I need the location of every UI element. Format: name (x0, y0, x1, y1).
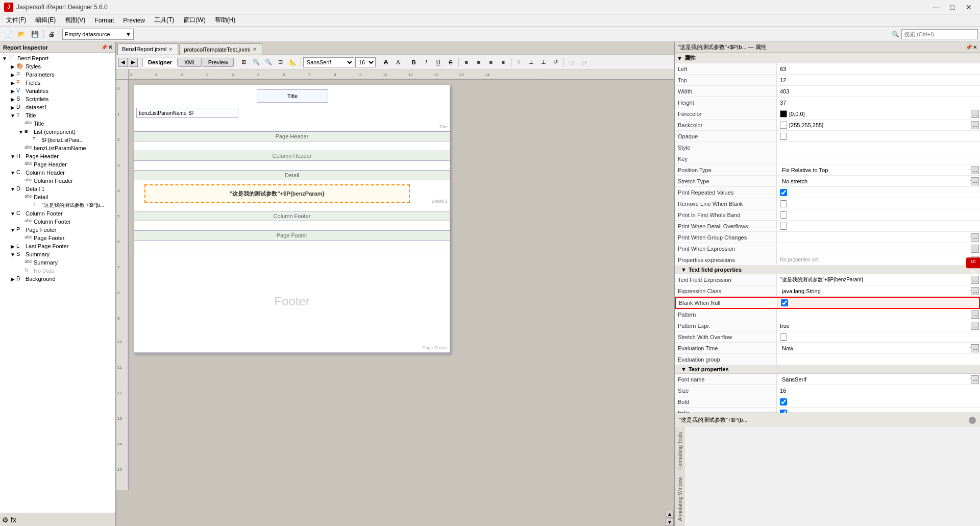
checkbox-whenoverflow[interactable] (780, 223, 787, 230)
tree-item-dataset1[interactable]: ▶ D dataset1 (1, 103, 114, 111)
toggle-benzireport[interactable]: ▼ (1, 56, 8, 61)
input-top[interactable] (780, 77, 977, 83)
datasource-selector[interactable]: Empty datasource ▼ (62, 29, 134, 40)
underline-btn[interactable]: U (433, 57, 444, 67)
align-justify-btn[interactable]: ≡ (498, 57, 509, 67)
maximize-button[interactable]: □ (945, 2, 960, 12)
checkbox-removeline[interactable] (780, 200, 787, 207)
col-footer-content[interactable] (134, 221, 450, 228)
toggle-scriptlets[interactable]: ▶ (9, 97, 16, 102)
checkbox-firstband[interactable] (780, 211, 787, 219)
pattern-ellipsis[interactable]: … (971, 310, 979, 319)
zoom-fit-btn[interactable]: ⊞ (238, 57, 250, 67)
zoom-percent-btn[interactable]: 📐 (287, 57, 299, 67)
input-pattern[interactable] (780, 312, 977, 318)
input-left[interactable] (780, 66, 977, 72)
prop-value-exprclass[interactable]: java.lang.String … (777, 285, 980, 296)
toggle-col-footer[interactable]: ▼ (9, 211, 16, 217)
minimize-button[interactable]: — (929, 2, 943, 12)
tree-item-title-sub[interactable]: abc Title (1, 119, 114, 128)
tree-item-last-page-footer[interactable]: ▶ L Last Page Footer (1, 242, 114, 250)
menu-view[interactable]: 视图(V) (61, 15, 89, 26)
align-left-btn[interactable]: ≡ (461, 57, 472, 67)
input-width[interactable] (780, 88, 977, 94)
prop-value-pattern[interactable]: … (777, 309, 980, 320)
input-height[interactable] (780, 100, 977, 106)
prop-value-fontname[interactable]: SansSerif … (777, 374, 980, 385)
vtab-formatting[interactable]: Formatting Tools (676, 429, 684, 473)
textexpr-ellipsis[interactable]: … (971, 276, 979, 284)
align-bottom-btn[interactable]: ⊥ (538, 57, 549, 67)
prop-value-backcolor[interactable]: [255,255,255] … (777, 119, 980, 130)
prop-value-fontsize[interactable] (777, 385, 980, 396)
footer-spacer-content[interactable]: Footer Page Footer (134, 250, 450, 352)
nav-forward[interactable]: ▶ (129, 58, 138, 67)
select-evaltime[interactable]: Now (780, 345, 977, 352)
patternexpr-ellipsis[interactable]: … (971, 322, 979, 330)
evaltime-ellipsis[interactable]: … (971, 344, 979, 352)
input-whenexpr[interactable] (780, 246, 977, 252)
tree-item-benzlistparam[interactable]: abc benzListParamName (1, 144, 114, 152)
tree-item-no-data[interactable]: N No Data (1, 267, 114, 275)
zoom-out-btn[interactable]: 🔍 (251, 57, 262, 67)
print-button[interactable]: 🖨 (45, 28, 58, 40)
align-top-btn[interactable]: ⊤ (513, 57, 525, 67)
checkbox-stretchwith[interactable] (780, 333, 787, 341)
search-input[interactable] (901, 29, 978, 39)
tree-item-list-comp[interactable]: ▼ ≡ List (component) (1, 128, 114, 136)
tree-item-page-footer-sub[interactable]: abc Page Footer (1, 234, 114, 242)
tree-item-scriptlets[interactable]: ▶ S Scriptlets (1, 95, 114, 103)
save-button[interactable]: 💾 (29, 28, 41, 40)
menu-preview[interactable]: Preview (119, 16, 149, 25)
prop-value-groupchanges[interactable]: … (777, 232, 980, 243)
checkbox-opaque[interactable] (780, 133, 787, 140)
prop-value-forecolor[interactable]: [0,0,0] … (777, 108, 980, 119)
toggle-detail1[interactable]: ▼ (9, 186, 16, 192)
tab-protocoltemplate[interactable]: protocolTemplateTest.jrxml ✕ (179, 43, 262, 55)
select-groupchanges[interactable] (780, 234, 977, 241)
toggle-title-group[interactable]: ▼ (9, 113, 16, 118)
vtab-annotating[interactable]: Annotating Window (676, 474, 684, 524)
detail-content[interactable]: "这是我的测试参数"+$P{benzParam} Detail 1 (134, 180, 450, 206)
font-select[interactable]: SansSerif (303, 57, 354, 67)
toggle-page-footer[interactable]: ▼ (9, 227, 16, 233)
benzlistparam-element[interactable]: benzListParamName $F (136, 108, 238, 118)
menu-window[interactable]: 窗口(W) (179, 15, 209, 26)
font-smaller-btn[interactable]: A (393, 57, 404, 67)
tree-item-col-header-sub[interactable]: abc Column Header (1, 177, 114, 185)
new-button[interactable]: 📄 (2, 28, 14, 40)
input-fontsize[interactable] (780, 388, 977, 394)
checkbox-bold[interactable] (780, 398, 787, 405)
prop-value-width[interactable] (777, 86, 980, 97)
tree-item-title-group[interactable]: ▼ T Title (1, 111, 114, 119)
tree-item-summary[interactable]: ▼ S Summary (1, 250, 114, 258)
groupchanges-ellipsis[interactable]: … (971, 233, 979, 242)
tab-benzireport[interactable]: BenzIReport.jrxml ✕ (117, 43, 178, 55)
prop-value-height[interactable] (777, 97, 980, 108)
prop-close[interactable]: ✕ (973, 44, 977, 50)
prop-value-whenexpr[interactable]: … (777, 243, 980, 254)
detail-text-element[interactable]: "这是我的测试参数"+$P{benzParam} (144, 184, 410, 203)
input-textexpr[interactable] (780, 277, 977, 282)
forecolor-swatch[interactable] (780, 110, 787, 117)
input-key[interactable] (780, 156, 977, 162)
toggle-summary[interactable]: ▼ (9, 252, 16, 257)
tree-item-col-footer[interactable]: ▼ C Column Footer (1, 209, 114, 218)
prop-value-left[interactable] (777, 63, 980, 74)
font-bigger-btn[interactable]: A (380, 57, 391, 67)
prop-value-evalgroup[interactable] (777, 354, 980, 365)
prop-pin[interactable]: 📌 (966, 44, 972, 50)
strikethrough-btn[interactable]: S (445, 57, 456, 67)
select-stretchtype[interactable]: No stretch (780, 178, 977, 185)
prop-value-firstband[interactable] (777, 209, 980, 220)
zoom-actual-btn[interactable]: ⊡ (275, 57, 286, 67)
inspector-close[interactable]: ✕ (108, 44, 112, 50)
toggle-background[interactable]: ▶ (9, 276, 16, 282)
prop-value-key[interactable] (777, 153, 980, 164)
zoom-in-btn[interactable]: 🔍 (263, 57, 274, 67)
nav-back[interactable]: ◀ (118, 58, 128, 67)
scroll-down-btn[interactable]: ▼ (666, 518, 674, 526)
toggle-variables[interactable]: ▶ (9, 88, 16, 94)
toggle-fields[interactable]: ▶ (9, 80, 16, 86)
tree-item-parameters[interactable]: ▶ P Parameters (1, 70, 114, 79)
